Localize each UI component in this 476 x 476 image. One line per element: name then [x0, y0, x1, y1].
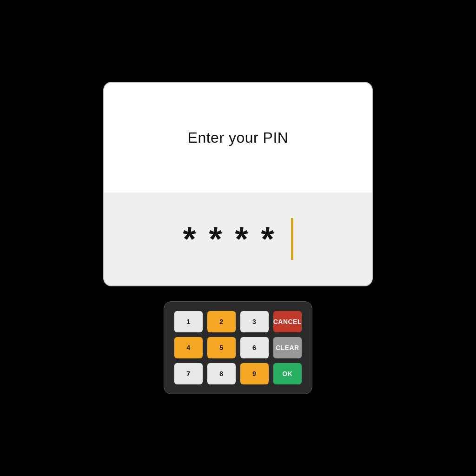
- pin-prompt: Enter your PIN: [188, 129, 289, 146]
- key-ok[interactable]: OK: [273, 363, 302, 384]
- key-7[interactable]: 7: [174, 363, 203, 384]
- key-1[interactable]: 1: [174, 311, 203, 332]
- key-9[interactable]: 9: [240, 363, 269, 384]
- key-8[interactable]: 8: [207, 363, 236, 384]
- pin-char-1: *: [183, 222, 196, 256]
- key-3[interactable]: 3: [240, 311, 269, 332]
- pin-char-4: *: [261, 222, 274, 256]
- key-5[interactable]: 5: [207, 337, 236, 358]
- screen-top: Enter your PIN: [104, 83, 372, 192]
- pin-screen: Enter your PIN * * * *: [103, 82, 373, 286]
- pin-display: * * * *: [183, 218, 293, 260]
- key-cancel[interactable]: CANCEL: [273, 311, 302, 332]
- keypad: 1 2 3 CANCEL 4 5 6 CLEAR 7 8 9 OK: [164, 301, 312, 394]
- key-6[interactable]: 6: [240, 337, 269, 358]
- pin-char-3: *: [235, 222, 248, 256]
- pin-char-2: *: [209, 222, 222, 256]
- pin-cursor: [291, 218, 293, 260]
- pin-input-area: * * * *: [104, 192, 372, 285]
- key-4[interactable]: 4: [174, 337, 203, 358]
- device-wrapper: Enter your PIN * * * * 1 2 3 CANCEL 4 5 …: [103, 82, 373, 394]
- key-2[interactable]: 2: [207, 311, 236, 332]
- key-clear[interactable]: CLEAR: [273, 337, 302, 358]
